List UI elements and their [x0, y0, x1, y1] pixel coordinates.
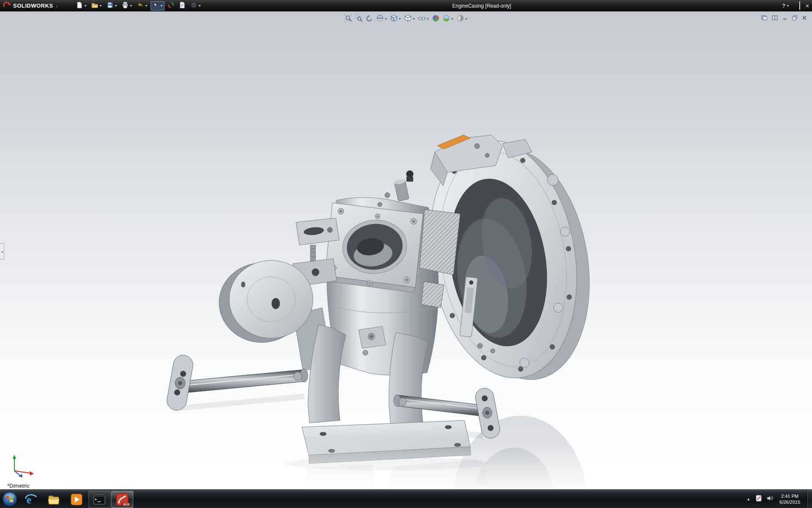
print-icon [122, 2, 129, 10]
dropdown-arrow-icon[interactable] [427, 18, 429, 20]
edit-appearance-icon [432, 14, 440, 24]
print-button[interactable] [120, 1, 134, 11]
titlebar-controls: ? ✕ [782, 0, 809, 11]
solidworks-logo-icon [3, 1, 11, 11]
new-document-button[interactable] [74, 1, 88, 11]
heads-up-view-toolbar [344, 14, 468, 24]
view-orientation-label: *Dimetric [7, 483, 30, 489]
taskbar: e 2015 ▲ [0, 489, 812, 508]
section-view-icon [376, 14, 384, 24]
windows-start-orb-icon [2, 491, 18, 507]
clock-date: 6/26/2015 [779, 499, 800, 505]
dropdown-arrow-icon[interactable] [160, 5, 163, 7]
chevron-left-icon: ◂ [1, 250, 3, 254]
show-desktop-button[interactable] [807, 490, 812, 508]
solidworks-year-badge: 2015 [122, 503, 130, 506]
split-window-button[interactable] [772, 14, 778, 22]
folder-icon [47, 494, 60, 505]
app-menu[interactable]: SOLIDWORKS › [0, 0, 62, 11]
viewport-minimize-button[interactable] [782, 14, 787, 22]
options-button[interactable] [189, 1, 203, 11]
viewport-close-button[interactable] [802, 14, 807, 22]
document-title: EngineCasing [Read-only] [452, 3, 511, 9]
dropdown-arrow-icon[interactable] [787, 5, 789, 7]
zoom-to-fit-button[interactable] [344, 14, 353, 24]
system-tray: ▲ 2:41 PM 6/26/2015 [746, 490, 812, 508]
start-button[interactable] [0, 490, 19, 508]
undo-icon [137, 2, 144, 10]
restore-icon [799, 1, 800, 10]
dropdown-arrow-icon[interactable] [130, 5, 132, 7]
document-window-controls [761, 14, 807, 22]
rebuild-button[interactable] [166, 1, 176, 11]
view-settings-button[interactable] [456, 14, 468, 24]
dropdown-arrow-icon[interactable] [198, 5, 201, 7]
dropdown-arrow-icon[interactable] [413, 18, 415, 20]
media-player-icon [71, 494, 82, 505]
select-cursor-icon [152, 2, 159, 10]
taskbar-internet-explorer[interactable]: e [20, 491, 42, 508]
undo-button[interactable] [135, 1, 149, 11]
standard-toolbar [74, 1, 203, 11]
help-button[interactable]: ? [782, 3, 789, 8]
dropdown-arrow-icon[interactable] [465, 18, 468, 20]
hide-show-items-icon [418, 14, 426, 24]
file-properties-icon [179, 2, 186, 10]
view-settings-icon [457, 14, 464, 24]
panel-collapse-tab[interactable]: ◂ [0, 243, 4, 260]
command-prompt-icon [93, 494, 105, 505]
edit-appearance-button[interactable] [432, 14, 440, 24]
volume-icon[interactable] [766, 495, 774, 503]
hide-show-items-button[interactable] [418, 14, 430, 24]
zoom-to-area-button[interactable] [355, 14, 363, 24]
save-button[interactable] [105, 1, 119, 11]
new-window-button[interactable] [761, 14, 767, 22]
help-icon: ? [782, 3, 785, 8]
view-orientation-cube-icon [390, 14, 398, 24]
internet-explorer-icon: e [25, 493, 37, 506]
graphics-area[interactable]: ◂ *Dimetric [0, 11, 812, 489]
reflection-fade [0, 438, 812, 489]
select-tool-button[interactable] [151, 1, 165, 11]
intake-flange[interactable] [323, 203, 423, 293]
taskbar-clock[interactable]: 2:41 PM 6/26/2015 [779, 493, 800, 505]
zoom-to-fit-icon [345, 14, 352, 24]
tray-app-icon[interactable] [755, 495, 762, 503]
display-style-icon [404, 14, 412, 24]
open-folder-icon [91, 2, 98, 10]
menu-expand-chevron-icon[interactable]: › [56, 3, 58, 8]
taskbar-solidworks-2015[interactable]: 2015 [111, 491, 133, 508]
apply-scene-icon [443, 14, 450, 24]
app-name: SOLIDWORKS [13, 3, 53, 9]
rebuild-icon [167, 2, 174, 10]
close-button[interactable]: ✕ [805, 3, 809, 8]
dropdown-arrow-icon[interactable] [145, 5, 148, 7]
taskbar-file-explorer[interactable] [43, 491, 65, 508]
viewport-restore-button[interactable] [792, 14, 797, 22]
engine-casing-model[interactable] [0, 11, 812, 489]
apply-scene-button[interactable] [442, 14, 454, 24]
dropdown-arrow-icon[interactable] [385, 18, 387, 20]
previous-view-button[interactable] [365, 14, 374, 24]
options-gear-icon [190, 2, 197, 10]
hidden-icons-arrow[interactable]: ▲ [746, 497, 751, 501]
section-view-button[interactable] [376, 14, 388, 24]
taskbar-media-player[interactable] [66, 491, 88, 508]
view-orientation-button[interactable] [390, 14, 402, 24]
display-style-button[interactable] [404, 14, 416, 24]
restore-button[interactable] [799, 2, 800, 10]
orientation-triad-icon [8, 452, 38, 478]
open-button[interactable] [90, 1, 104, 11]
save-icon [107, 2, 113, 10]
titlebar: SOLIDWORKS › [0, 0, 812, 11]
dropdown-arrow-icon[interactable] [115, 5, 117, 7]
dropdown-arrow-icon[interactable] [451, 18, 454, 20]
dropdown-arrow-icon[interactable] [99, 5, 102, 7]
previous-view-icon [366, 14, 373, 24]
dropdown-arrow-icon[interactable] [399, 18, 401, 20]
dropdown-arrow-icon[interactable] [84, 5, 87, 7]
file-properties-button[interactable] [177, 1, 187, 11]
taskbar-command-prompt[interactable] [88, 491, 110, 508]
zoom-to-area-icon [355, 14, 363, 24]
clock-time: 2:41 PM [779, 493, 800, 499]
